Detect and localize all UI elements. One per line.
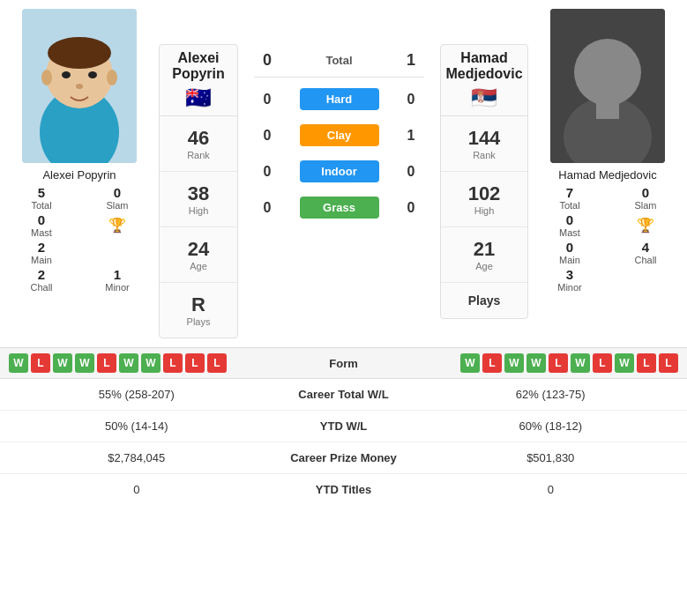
- left-mast-cell: 0 Mast: [9, 212, 74, 238]
- form-badge-left: W: [75, 353, 94, 373]
- right-mast-label: Mast: [537, 227, 602, 238]
- left-minor-value: 1: [85, 267, 150, 282]
- left-trophy: 🏆: [85, 212, 150, 238]
- form-badge-left: W: [53, 353, 72, 373]
- left-high-label: High: [160, 205, 237, 216]
- left-main-cell: 2 Main: [9, 240, 74, 265]
- left-slam-value: 0: [85, 185, 150, 200]
- hard-score-right: 0: [398, 92, 424, 108]
- grass-row: 0 Grass 0: [254, 189, 424, 226]
- indoor-score-right: 0: [398, 164, 424, 180]
- left-age-label: Age: [160, 261, 237, 271]
- form-badge-left: L: [163, 353, 183, 373]
- right-chall-label: Chall: [613, 255, 678, 265]
- right-chall-cell: 4 Chall: [613, 240, 678, 265]
- top-area: Alexei Popyrin 5 Total 0 Slam 0 Mast 🏆: [0, 0, 687, 347]
- left-high-value: 38: [160, 182, 237, 205]
- indoor-score-left: 0: [254, 164, 280, 180]
- form-badge-right: W: [571, 353, 590, 373]
- clay-row: 0 Clay 1: [254, 117, 424, 153]
- form-section: WLWWLWWLLL Form WLWWLWLWLL: [0, 347, 687, 379]
- prize-left: $2,784,045: [18, 451, 256, 464]
- titles-right: 0: [432, 483, 670, 496]
- ytd-wl-row: 50% (14-14) YTD W/L 60% (18-12): [0, 411, 687, 442]
- right-main-value: 0: [537, 240, 602, 255]
- total-score-right: 1: [398, 51, 424, 70]
- left-main-value: 2: [9, 240, 74, 255]
- hard-button[interactable]: Hard: [300, 88, 379, 110]
- career-wl-label: Career Total W/L: [256, 388, 432, 401]
- svg-point-7: [88, 71, 97, 78]
- left-total-value: 5: [9, 185, 74, 200]
- svg-point-11: [574, 39, 641, 106]
- form-badge-left: W: [141, 353, 161, 373]
- ytd-wl-left: 50% (14-14): [18, 419, 256, 433]
- right-plays-value: Plays: [441, 293, 527, 308]
- right-stats-grid: 7 Total 0 Slam 0 Mast 🏆 0 Main: [537, 185, 678, 293]
- right-minor-cell: 3 Minor: [537, 267, 602, 293]
- svg-point-3: [48, 37, 111, 69]
- right-middle-stats: Hamad Medjedovic 🇷🇸 144 Rank 102 High 21…: [440, 44, 528, 319]
- left-total-label: Total: [9, 200, 74, 211]
- grass-score-left: 0: [254, 200, 280, 216]
- titles-left: 0: [18, 483, 256, 496]
- left-plays-block: R Plays: [160, 283, 237, 338]
- right-mast-cell: 0 Mast: [537, 212, 602, 238]
- form-badge-left: L: [97, 353, 116, 373]
- titles-row: 0 YTD Titles 0: [0, 474, 687, 505]
- right-total-value: 7: [537, 185, 602, 200]
- left-plays-label: Plays: [160, 316, 237, 327]
- right-trophy: 🏆: [613, 212, 678, 238]
- clay-score-left: 0: [254, 128, 280, 144]
- right-total-label: Total: [537, 200, 602, 211]
- form-badge-left: L: [207, 353, 227, 373]
- left-slam-label: Slam: [85, 200, 150, 211]
- total-row: 0 Total 1: [254, 44, 424, 77]
- svg-point-8: [76, 84, 83, 89]
- right-age-value: 21: [441, 238, 527, 261]
- form-right: WLWWLWLWLL: [388, 353, 679, 373]
- grass-button[interactable]: Grass: [300, 197, 379, 219]
- center-h2h: 0 Total 1 0 Hard 0 0 Clay 1 0: [247, 44, 431, 226]
- prize-right: $501,830: [432, 451, 670, 464]
- left-player-photo: [22, 9, 137, 163]
- indoor-button[interactable]: Indoor: [300, 160, 379, 182]
- left-chall-value: 2: [9, 267, 74, 282]
- left-rank-block: 46 Rank: [160, 116, 237, 172]
- left-flag: 🇦🇺: [172, 85, 225, 110]
- right-player-header-name: Hamad Medjedovic: [445, 50, 522, 82]
- prize-row: $2,784,045 Career Prize Money $501,830: [0, 442, 687, 474]
- left-chall-cell: 2 Chall: [9, 267, 74, 293]
- form-label: Form: [300, 357, 388, 370]
- left-rank-value: 46: [160, 127, 237, 150]
- clay-score-right: 1: [398, 128, 424, 144]
- right-rank-label: Rank: [441, 150, 527, 160]
- form-badge-right: L: [593, 353, 612, 373]
- right-high-block: 102 High: [441, 172, 527, 227]
- clay-button[interactable]: Clay: [300, 124, 379, 146]
- right-player-name: Hamad Medjedovic: [558, 168, 656, 182]
- left-minor-cell: 1 Minor: [85, 267, 150, 293]
- hard-row: 0 Hard 0: [254, 81, 424, 117]
- grass-score-right: 0: [398, 200, 424, 216]
- form-badge-left: L: [185, 353, 205, 373]
- right-flag: 🇷🇸: [445, 85, 522, 110]
- ytd-wl-label: YTD W/L: [256, 419, 432, 433]
- right-player-photo: [550, 9, 665, 163]
- right-player-block: Hamad Medjedovic 7 Total 0 Slam 0 Mast 🏆: [537, 9, 678, 293]
- svg-point-6: [62, 71, 71, 78]
- left-age-value: 24: [160, 238, 237, 261]
- left-plays-value: R: [160, 293, 237, 316]
- right-minor-value: 3: [537, 267, 602, 282]
- right-age-block: 21 Age: [441, 227, 527, 283]
- career-wl-left: 55% (258-207): [18, 388, 256, 401]
- form-badge-right: W: [504, 353, 524, 373]
- stats-table: 55% (258-207) Career Total W/L 62% (123-…: [0, 379, 687, 505]
- career-wl-right: 62% (123-75): [432, 388, 670, 401]
- right-plays-block: Plays: [441, 283, 527, 318]
- right-slam-value: 0: [613, 185, 678, 200]
- left-age-block: 24 Age: [160, 227, 237, 283]
- right-slam-label: Slam: [613, 200, 678, 211]
- total-label: Total: [325, 54, 352, 67]
- left-player-block: Alexei Popyrin 5 Total 0 Slam 0 Mast 🏆: [9, 9, 150, 293]
